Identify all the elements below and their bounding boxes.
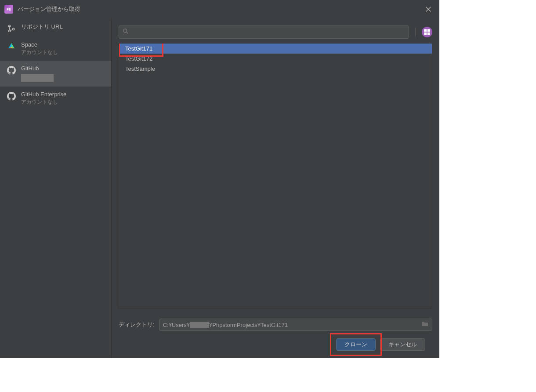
folder-icon[interactable]	[421, 320, 428, 329]
svg-rect-3	[424, 33, 427, 35]
repo-item[interactable]: TestGit171	[119, 44, 432, 54]
close-button[interactable]	[422, 3, 435, 16]
sidebar-item-label: Space	[21, 41, 58, 48]
cancel-button[interactable]: キャンセル	[380, 338, 425, 351]
svg-rect-4	[427, 33, 430, 35]
repo-list: TestGit171 TestGit172 TestSample	[119, 43, 432, 309]
dialog-title: バージョン管理から取得	[18, 5, 80, 13]
footer: クローン キャンセル	[119, 331, 432, 358]
search-input[interactable]	[132, 29, 405, 36]
search-box[interactable]	[119, 25, 409, 39]
clone-button[interactable]: クローン	[336, 338, 376, 351]
repo-item[interactable]: TestSample	[119, 64, 432, 74]
vcs-checkout-dialog: バージョン管理から取得 リポジトリ URL	[0, 0, 439, 358]
separator	[415, 28, 416, 36]
github-icon	[7, 92, 16, 101]
github-icon	[7, 66, 16, 75]
sidebar-item-sub: アカウントなし	[21, 49, 58, 56]
repo-name: TestSample	[125, 65, 155, 72]
sidebar-item-label: リポジトリ URL	[21, 23, 63, 31]
sidebar-item-repo-url[interactable]: リポジトリ URL	[0, 18, 111, 37]
close-icon	[425, 6, 431, 12]
sidebar-item-space[interactable]: Space アカウントなし	[0, 37, 111, 61]
directory-input-wrap[interactable]: C:¥Users¥ ¥PhpstormProjects¥TestGit171	[159, 319, 432, 331]
repo-name: TestGit172	[125, 55, 152, 62]
repo-name: TestGit171	[125, 45, 152, 52]
search-icon	[123, 28, 129, 36]
directory-value-pre: C:¥Users¥	[163, 322, 190, 328]
phpstorm-icon	[4, 5, 13, 14]
space-icon	[7, 42, 16, 51]
svg-point-0	[123, 29, 127, 33]
sidebar-item-github-enterprise[interactable]: GitHub Enterprise アカウントなし	[0, 87, 111, 110]
directory-label: ディレクトリ:	[119, 321, 155, 329]
main-panel: TestGit171 TestGit172 TestSample ディレクトリ:…	[112, 18, 439, 358]
repo-item[interactable]: TestGit172	[119, 54, 432, 64]
sidebar-item-label: GitHub Enterprise	[21, 91, 66, 98]
sidebar-item-label: GitHub	[21, 65, 54, 72]
svg-rect-2	[427, 29, 430, 32]
directory-value-post: ¥PhpstormProjects¥TestGit171	[209, 322, 288, 328]
directory-redacted	[190, 322, 209, 328]
svg-rect-1	[424, 29, 427, 32]
sidebar-item-sub: アカウントなし	[21, 98, 66, 106]
account-redacted	[21, 74, 54, 82]
titlebar: バージョン管理から取得	[0, 0, 439, 18]
sidebar-item-github[interactable]: GitHub	[0, 61, 111, 87]
sidebar: リポジトリ URL Space アカウントなし	[0, 18, 112, 358]
branch-icon	[7, 24, 16, 33]
avatar[interactable]	[422, 27, 432, 37]
